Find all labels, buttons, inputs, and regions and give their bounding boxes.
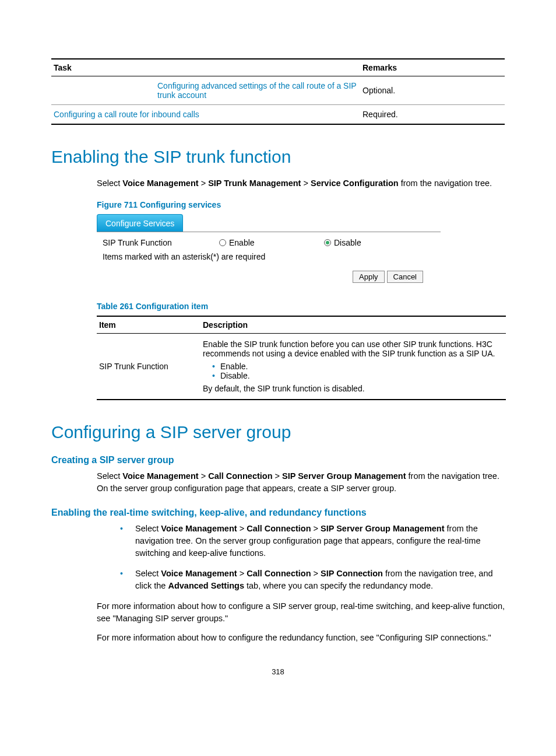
th-remarks: Remarks xyxy=(360,59,505,76)
th-item: Item xyxy=(97,316,200,334)
cell-item: SIP Trunk Function xyxy=(97,334,200,400)
subheading-creating-group: Creating a SIP server group xyxy=(51,455,505,466)
page-number: 318 xyxy=(51,667,505,676)
radio-disable[interactable] xyxy=(324,239,331,246)
heading-enabling-sip-trunk: Enabling the SIP trunk function xyxy=(51,147,505,167)
figure-caption: Figure 711 Configuring services xyxy=(97,200,505,209)
radio-enable-label: Enable xyxy=(229,238,255,247)
heading-configuring-sip-server-group: Configuring a SIP server group xyxy=(51,422,505,442)
bullet-enable: Enable. xyxy=(213,362,504,371)
cell-task-link-0[interactable]: Configuring advanced settings of the cal… xyxy=(155,76,360,105)
cell-task-left-0 xyxy=(51,76,155,105)
cell-remarks-0: Optional. xyxy=(360,76,505,105)
task-table: Task Remarks Configuring advanced settin… xyxy=(51,58,505,125)
required-note: Items marked with an asterisk(*) are req… xyxy=(103,252,265,261)
para-more-info-1: For more information about how to config… xyxy=(97,600,505,625)
th-task: Task xyxy=(51,59,360,76)
table-caption: Table 261 Configuration item xyxy=(97,302,505,311)
th-description: Description xyxy=(200,316,506,334)
tab-configure-services[interactable]: Configure Services xyxy=(97,214,183,232)
cell-description: Enable the SIP trunk function before you… xyxy=(200,334,506,400)
para-more-info-2: For more information about how to config… xyxy=(97,632,505,644)
cancel-button[interactable]: Cancel xyxy=(387,271,423,283)
list-item-2: Select Voice Management > Call Connectio… xyxy=(120,568,505,592)
config-item-table: Item Description SIP Trunk Function Enab… xyxy=(97,316,506,400)
nav-path-1: Select Voice Management > SIP Trunk Mana… xyxy=(97,177,505,190)
apply-button[interactable]: Apply xyxy=(353,271,385,283)
cell-task-link-1[interactable]: Configuring a call route for inbound cal… xyxy=(51,105,360,125)
create-group-text: Select Voice Management > Call Connectio… xyxy=(97,470,505,495)
label-sip-trunk-function: SIP Trunk Function xyxy=(103,238,219,247)
rt-steps-list: Select Voice Management > Call Connectio… xyxy=(120,523,505,592)
bullet-disable: Disable. xyxy=(213,371,504,380)
list-item-1: Select Voice Management > Call Connectio… xyxy=(120,523,505,559)
subheading-enabling-rt: Enabling the real-time switching, keep-a… xyxy=(51,508,505,518)
figure-box: Configure Services SIP Trunk Function En… xyxy=(97,214,441,283)
cell-remarks-1: Required. xyxy=(360,105,505,125)
radio-enable[interactable] xyxy=(219,239,226,246)
radio-disable-label: Disable xyxy=(334,238,361,247)
